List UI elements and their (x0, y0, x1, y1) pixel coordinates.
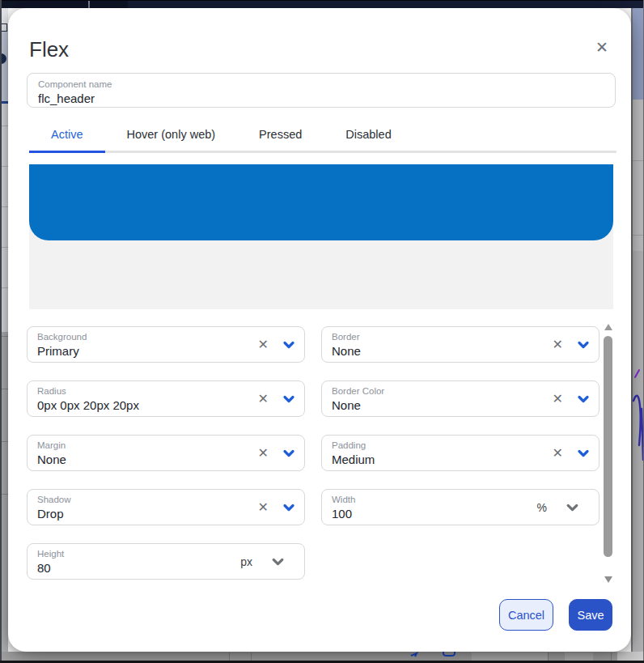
background-top-navbar-segment (128, 1, 644, 8)
clear-icon[interactable]: ✕ (553, 447, 563, 460)
tab-hover-only-web[interactable]: Hover (only web) (105, 118, 238, 153)
field-value: None (332, 397, 589, 413)
chevron-down-icon[interactable] (282, 501, 295, 514)
background-right-strip-edge (631, 8, 633, 663)
margin-select[interactable]: Margin None ✕ (27, 435, 305, 471)
field-label: Margin (37, 440, 294, 451)
cancel-button[interactable]: Cancel (499, 599, 553, 631)
state-tabs: Active Hover (only web) Pressed Disabled (29, 118, 616, 153)
shadow-select[interactable]: Shadow Drop ✕ (27, 489, 305, 525)
field-value: None (37, 452, 294, 467)
save-button[interactable]: Save (569, 599, 612, 631)
field-value: Drop (37, 506, 294, 521)
scroll-up-arrow-icon[interactable] (604, 324, 612, 330)
field-label: Radius (37, 385, 294, 397)
chevron-down-icon[interactable] (577, 393, 590, 406)
field-label: Background (37, 331, 294, 342)
chevron-down-icon[interactable] (566, 500, 579, 514)
chevron-down-icon[interactable] (282, 447, 295, 460)
background-row-divider (633, 160, 644, 161)
height-input[interactable]: Height 80 px (27, 543, 305, 580)
field-label: Border (332, 331, 589, 342)
radius-select[interactable]: Radius 0px 0px 20px 20px ✕ (27, 380, 305, 417)
background-right-strip (631, 100, 644, 251)
screenshot-border (0, 0, 644, 1)
background-signature-doodle (632, 364, 644, 465)
component-preview-canvas (29, 164, 613, 309)
field-value: Primary (37, 343, 294, 359)
field-value: 100 (332, 506, 589, 521)
field-value: Medium (332, 452, 589, 467)
border-select[interactable]: Border None ✕ (321, 326, 600, 363)
background-toolbar-icon-fragments (405, 651, 461, 659)
background-top-navbar-divider (88, 0, 90, 8)
chevron-down-icon[interactable] (271, 555, 285, 568)
field-label: Border Color (332, 385, 589, 397)
field-label: Width (332, 494, 589, 505)
flex-component-dialog: Flex ✕ Component name flc_header Active … (8, 8, 631, 652)
field-label: Shadow (37, 494, 294, 505)
clear-icon[interactable]: ✕ (258, 447, 269, 460)
flex-header-preview (29, 164, 613, 240)
dialog-scrollbar[interactable] (603, 322, 613, 584)
tab-disabled[interactable]: Disabled (324, 118, 413, 153)
close-icon[interactable]: ✕ (591, 36, 613, 58)
chevron-down-icon[interactable] (282, 338, 295, 351)
field-value: 80 (37, 560, 294, 576)
tab-active[interactable]: Active (29, 118, 105, 153)
component-name-value: flc_header (38, 91, 604, 106)
background-row-divider (633, 235, 644, 236)
scroll-down-arrow-icon[interactable] (604, 576, 612, 583)
clear-icon[interactable]: ✕ (258, 338, 269, 351)
dialog-footer: Cancel Save (499, 599, 612, 631)
field-value: 0px 0px 20px 20px (37, 397, 294, 413)
clear-icon[interactable]: ✕ (258, 501, 269, 514)
border-color-select[interactable]: Border Color None ✕ (321, 380, 600, 417)
field-label: Height (37, 548, 294, 559)
dialog-title: Flex (29, 37, 69, 62)
tab-pressed[interactable]: Pressed (237, 118, 324, 153)
field-label: Padding (332, 440, 589, 451)
scrollbar-thumb[interactable] (604, 336, 612, 557)
width-input[interactable]: Width 100 % (321, 489, 600, 525)
chevron-down-icon[interactable] (577, 338, 590, 351)
component-name-field[interactable]: Component name flc_header (27, 73, 616, 108)
background-select[interactable]: Background Primary ✕ (27, 326, 305, 363)
field-value: None (332, 343, 589, 359)
clear-icon[interactable]: ✕ (258, 393, 269, 406)
width-unit-label: % (537, 501, 547, 514)
component-name-label: Component name (38, 79, 604, 90)
background-right-strip (631, 8, 644, 100)
screenshot-border (0, 0, 2, 663)
clear-icon[interactable]: ✕ (553, 393, 563, 406)
height-unit-label: px (240, 555, 252, 568)
padding-select[interactable]: Padding Medium ✕ (321, 435, 600, 471)
chevron-down-icon[interactable] (282, 393, 295, 406)
chevron-down-icon[interactable] (577, 447, 590, 460)
background-window-icon (1, 23, 7, 32)
clear-icon[interactable]: ✕ (553, 338, 563, 351)
